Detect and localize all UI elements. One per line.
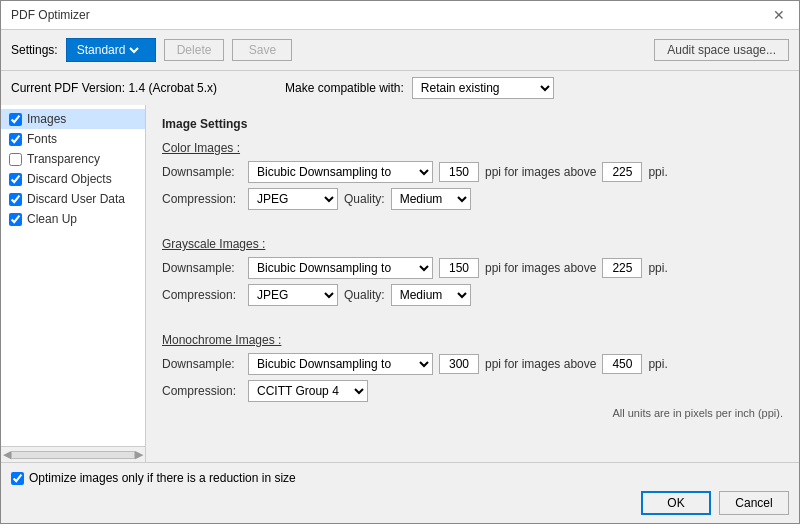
grayscale-downsample-row: Downsample: Bicubic Downsampling to Aver…	[162, 257, 783, 279]
grayscale-quality-select[interactable]: Minimum Low Medium High Maximum	[391, 284, 471, 306]
settings-dropdown[interactable]: Standard Custom	[66, 38, 156, 62]
color-downsample-label: Downsample:	[162, 165, 242, 179]
content-area: Images Fonts Transparency Discard Object…	[1, 105, 799, 462]
discard-user-data-checkbox[interactable]	[9, 193, 22, 206]
monochrome-compression-row: Compression: CCITT Group 4 CCITT Group 3…	[162, 380, 783, 402]
images-checkbox[interactable]	[9, 113, 22, 126]
sidebar-item-clean-up[interactable]: Clean Up	[1, 209, 145, 229]
sidebar-item-transparency[interactable]: Transparency	[1, 149, 145, 169]
divider-1	[162, 215, 783, 227]
dialog-title: PDF Optimizer	[11, 8, 90, 22]
settings-label: Settings:	[11, 43, 58, 57]
transparency-checkbox[interactable]	[9, 153, 22, 166]
sidebar-item-fonts[interactable]: Fonts	[1, 129, 145, 149]
discard-user-data-label: Discard User Data	[27, 192, 125, 206]
close-button[interactable]: ✕	[769, 7, 789, 23]
grayscale-images-title: Grayscale Images :	[162, 237, 783, 251]
color-quality-label: Quality:	[344, 192, 385, 206]
grayscale-ppi-above-input[interactable]	[602, 258, 642, 278]
monochrome-downsample-row: Downsample: Bicubic Downsampling to Aver…	[162, 353, 783, 375]
color-ppi-above-label: ppi for images above	[485, 165, 596, 179]
grayscale-ppi-above-label: ppi for images above	[485, 261, 596, 275]
audit-space-button[interactable]: Audit space usage...	[654, 39, 789, 61]
monochrome-compression-label: Compression:	[162, 384, 242, 398]
color-images-section: Color Images : Downsample: Bicubic Downs…	[162, 141, 783, 210]
monochrome-images-section: Monochrome Images : Downsample: Bicubic …	[162, 333, 783, 402]
scroll-left-icon[interactable]: ◀	[3, 448, 11, 461]
color-ppi-above-input[interactable]	[602, 162, 642, 182]
clean-up-label: Clean Up	[27, 212, 77, 226]
ok-button[interactable]: OK	[641, 491, 711, 515]
color-ppi-input[interactable]	[439, 162, 479, 182]
color-images-title: Color Images :	[162, 141, 783, 155]
color-compression-select[interactable]: JPEG JPEG2000 ZIP None	[248, 188, 338, 210]
sidebar-item-discard-objects[interactable]: Discard Objects	[1, 169, 145, 189]
settings-select-input[interactable]: Standard Custom	[73, 42, 142, 58]
bottom-area: Optimize images only if there is a reduc…	[1, 462, 799, 523]
optimize-checkbox[interactable]	[11, 472, 24, 485]
color-quality-select[interactable]: Minimum Low Medium High Maximum	[391, 188, 471, 210]
optimize-checkbox-row: Optimize images only if there is a reduc…	[11, 471, 789, 485]
grayscale-ppi-unit: ppi.	[648, 261, 667, 275]
pdf-optimizer-dialog: PDF Optimizer ✕ Settings: Standard Custo…	[0, 0, 800, 524]
transparency-label: Transparency	[27, 152, 100, 166]
color-downsample-select[interactable]: Bicubic Downsampling to Average Downsamp…	[248, 161, 433, 183]
grayscale-compression-label: Compression:	[162, 288, 242, 302]
color-ppi-unit: ppi.	[648, 165, 667, 179]
delete-button[interactable]: Delete	[164, 39, 225, 61]
scrollbar-track[interactable]	[11, 451, 135, 459]
bottom-note: All units are in pixels per inch (ppi).	[162, 407, 783, 419]
settings-bar: Settings: Standard Custom Delete Save Au…	[1, 30, 799, 71]
monochrome-ppi-unit: ppi.	[648, 357, 667, 371]
left-panel-list: Images Fonts Transparency Discard Object…	[1, 105, 145, 446]
monochrome-ppi-above-input[interactable]	[602, 354, 642, 374]
monochrome-downsample-select[interactable]: Bicubic Downsampling to Average Downsamp…	[248, 353, 433, 375]
current-pdf-version: Current PDF Version: 1.4 (Acrobat 5.x)	[11, 81, 217, 95]
grayscale-quality-label: Quality:	[344, 288, 385, 302]
optimize-label: Optimize images only if there is a reduc…	[29, 471, 296, 485]
grayscale-compression-row: Compression: JPEG JPEG2000 ZIP None Qual…	[162, 284, 783, 306]
grayscale-images-section: Grayscale Images : Downsample: Bicubic D…	[162, 237, 783, 306]
save-button[interactable]: Save	[232, 39, 292, 61]
fonts-label: Fonts	[27, 132, 57, 146]
footer-buttons: OK Cancel	[11, 491, 789, 515]
image-settings-title: Image Settings	[162, 117, 783, 131]
title-bar: PDF Optimizer ✕	[1, 1, 799, 30]
discard-objects-label: Discard Objects	[27, 172, 112, 186]
fonts-checkbox[interactable]	[9, 133, 22, 146]
right-panel: Image Settings Color Images : Downsample…	[146, 105, 799, 462]
grayscale-ppi-input[interactable]	[439, 258, 479, 278]
pdf-version-row: Current PDF Version: 1.4 (Acrobat 5.x) M…	[1, 71, 799, 105]
discard-objects-checkbox[interactable]	[9, 173, 22, 186]
cancel-button[interactable]: Cancel	[719, 491, 789, 515]
color-downsample-row: Downsample: Bicubic Downsampling to Aver…	[162, 161, 783, 183]
make-compatible-label: Make compatible with:	[285, 81, 404, 95]
left-panel: Images Fonts Transparency Discard Object…	[1, 105, 146, 462]
grayscale-downsample-label: Downsample:	[162, 261, 242, 275]
sidebar-item-discard-user-data[interactable]: Discard User Data	[1, 189, 145, 209]
monochrome-ppi-above-label: ppi for images above	[485, 357, 596, 371]
monochrome-images-title: Monochrome Images :	[162, 333, 783, 347]
left-panel-scrollbar[interactable]: ◀ ▶	[1, 446, 145, 462]
divider-2	[162, 311, 783, 323]
monochrome-downsample-label: Downsample:	[162, 357, 242, 371]
grayscale-compression-select[interactable]: JPEG JPEG2000 ZIP None	[248, 284, 338, 306]
color-compression-label: Compression:	[162, 192, 242, 206]
color-compression-row: Compression: JPEG JPEG2000 ZIP None Qual…	[162, 188, 783, 210]
scroll-right-icon[interactable]: ▶	[135, 448, 143, 461]
grayscale-downsample-select[interactable]: Bicubic Downsampling to Average Downsamp…	[248, 257, 433, 279]
clean-up-checkbox[interactable]	[9, 213, 22, 226]
images-label: Images	[27, 112, 66, 126]
monochrome-ppi-input[interactable]	[439, 354, 479, 374]
sidebar-item-images[interactable]: Images	[1, 109, 145, 129]
monochrome-compression-select[interactable]: CCITT Group 4 CCITT Group 3 ZIP None	[248, 380, 368, 402]
compatible-select[interactable]: Retain existing Acrobat 4.0 and later Ac…	[412, 77, 554, 99]
